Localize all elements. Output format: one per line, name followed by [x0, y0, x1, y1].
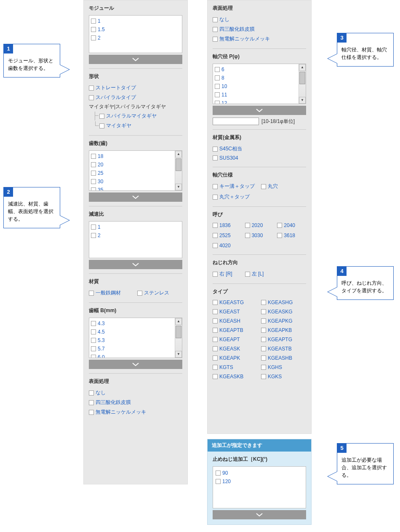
surface1-item[interactable]: 無電解ニッケルメッキ: [89, 408, 182, 417]
checkbox-icon[interactable]: [99, 123, 104, 128]
addon-item[interactable]: 90: [216, 469, 303, 477]
checkbox-icon[interactable]: [91, 233, 96, 238]
shape-tree-item[interactable]: スパイラルマイタギヤ: [99, 112, 182, 120]
width-item[interactable]: 4.3: [91, 320, 180, 327]
shape-item[interactable]: スパイラルタイプ: [89, 93, 182, 102]
checkbox-icon[interactable]: [91, 179, 96, 184]
checkbox-icon[interactable]: [213, 17, 218, 22]
module-item[interactable]: 2: [91, 34, 180, 42]
surface1-item[interactable]: なし: [89, 388, 182, 397]
type-item[interactable]: KGEASTB: [261, 345, 306, 353]
checkbox-icon[interactable]: [89, 291, 94, 296]
shape-item[interactable]: ストレートタイプ: [89, 83, 182, 92]
scroll-down-icon[interactable]: ▼: [299, 97, 306, 104]
bore-item[interactable]: 6: [215, 66, 304, 73]
checkbox-icon[interactable]: [213, 346, 218, 351]
checkbox-icon[interactable]: [91, 35, 96, 40]
checkbox-icon[interactable]: [261, 374, 266, 379]
listbox-ratio[interactable]: 1 2: [89, 221, 182, 258]
type-item[interactable]: KGEASHG: [261, 299, 306, 306]
width-item[interactable]: 6.0: [91, 353, 180, 358]
bore-input[interactable]: [213, 118, 259, 125]
listbox-width[interactable]: ▲ ▼ 4.3 4.5 5.3 5.7 6.0: [89, 318, 182, 358]
checkbox-icon[interactable]: [216, 479, 221, 484]
type-item[interactable]: KGKS: [261, 373, 306, 380]
ratio-item[interactable]: 1: [91, 223, 180, 231]
checkbox-icon[interactable]: [261, 309, 266, 314]
checkbox-icon[interactable]: [91, 154, 96, 159]
checkbox-icon[interactable]: [245, 223, 250, 228]
type-item[interactable]: KGEAPTG: [261, 336, 306, 343]
scroll-down-icon[interactable]: ▼: [175, 184, 182, 190]
checkbox-icon[interactable]: [215, 84, 220, 89]
checkbox-icon[interactable]: [91, 171, 96, 176]
checkbox-icon[interactable]: [261, 300, 266, 305]
expand-bore[interactable]: [213, 106, 306, 115]
checkbox-icon[interactable]: [261, 318, 266, 323]
checkbox-icon[interactable]: [277, 223, 282, 228]
checkbox-icon[interactable]: [245, 272, 250, 277]
type-item[interactable]: KGEASH: [213, 317, 258, 325]
width-item[interactable]: 4.5: [91, 328, 180, 336]
type-item[interactable]: KGEASHB: [261, 354, 306, 362]
type-item[interactable]: KGEAST: [213, 308, 258, 315]
scroll-up-icon[interactable]: ▲: [175, 151, 182, 158]
listbox-addon[interactable]: 90 120: [213, 466, 306, 508]
checkbox-icon[interactable]: [91, 338, 96, 343]
checkbox-icon[interactable]: [91, 27, 96, 32]
checkbox-icon[interactable]: [213, 195, 218, 200]
checkbox-icon[interactable]: [261, 356, 266, 361]
checkbox-icon[interactable]: [215, 75, 220, 80]
type-item[interactable]: KGEASKB: [213, 373, 258, 380]
surface2-item[interactable]: 四三酸化鉄皮膜: [213, 25, 306, 34]
checkbox-icon[interactable]: [261, 328, 266, 333]
mat-metal-item[interactable]: S45C相当: [213, 144, 306, 153]
checkbox-icon[interactable]: [215, 92, 220, 97]
checkbox-icon[interactable]: [213, 374, 218, 379]
checkbox-icon[interactable]: [213, 147, 218, 152]
ratio-item[interactable]: 2: [91, 232, 180, 239]
bore-spec-item[interactable]: 丸穴: [261, 182, 306, 191]
checkbox-icon[interactable]: [213, 356, 218, 361]
type-item[interactable]: KGHS: [261, 364, 306, 371]
listbox-bore[interactable]: ▲ ▼ 6 8 10 11 12: [213, 64, 306, 104]
checkbox-icon[interactable]: [261, 365, 266, 370]
expand-teeth[interactable]: [89, 192, 182, 202]
addon-item[interactable]: 120: [216, 478, 303, 485]
name-item[interactable]: 3618: [277, 232, 306, 239]
shape-tree-item[interactable]: マイタギヤ: [99, 121, 182, 130]
scroll-thumb[interactable]: [176, 158, 181, 171]
listbox-module[interactable]: 1 1.5 2: [89, 15, 182, 53]
twist-item[interactable]: 右 [R]: [213, 270, 242, 278]
surface2-item[interactable]: 無電解ニッケルメッキ: [213, 35, 306, 43]
bore-spec-item[interactable]: キー溝＋タップ: [213, 182, 258, 191]
expand-width[interactable]: [89, 360, 182, 369]
name-item[interactable]: 1836: [213, 222, 242, 229]
checkbox-icon[interactable]: [261, 337, 266, 342]
checkbox-icon[interactable]: [213, 155, 218, 160]
scroll-down-icon[interactable]: ▼: [175, 351, 182, 358]
name-item[interactable]: 3030: [245, 232, 274, 239]
checkbox-icon[interactable]: [89, 390, 94, 396]
type-item[interactable]: KGEAPTB: [213, 326, 258, 334]
checkbox-icon[interactable]: [213, 318, 218, 323]
mat-metal-item[interactable]: SUS304: [213, 154, 306, 162]
checkbox-icon[interactable]: [91, 225, 96, 230]
type-item[interactable]: KGEASKG: [261, 308, 306, 315]
checkbox-icon[interactable]: [91, 162, 96, 167]
material-item[interactable]: ステンレス: [137, 289, 182, 297]
checkbox-icon[interactable]: [213, 223, 218, 228]
listbox-teeth[interactable]: ▲ ▼ 18 20 25 30 35: [89, 150, 182, 191]
checkbox-icon[interactable]: [213, 243, 218, 248]
bore-item[interactable]: 12: [215, 99, 304, 104]
checkbox-icon[interactable]: [213, 233, 218, 238]
checkbox-icon[interactable]: [91, 19, 96, 24]
teeth-item[interactable]: 20: [91, 161, 180, 168]
checkbox-icon[interactable]: [91, 355, 96, 358]
name-item[interactable]: 4020: [213, 242, 242, 249]
scroll-up-icon[interactable]: ▲: [175, 318, 182, 325]
checkbox-icon[interactable]: [277, 233, 282, 238]
scroll-thumb[interactable]: [176, 326, 181, 338]
checkbox-icon[interactable]: [213, 300, 218, 305]
checkbox-icon[interactable]: [213, 184, 218, 189]
